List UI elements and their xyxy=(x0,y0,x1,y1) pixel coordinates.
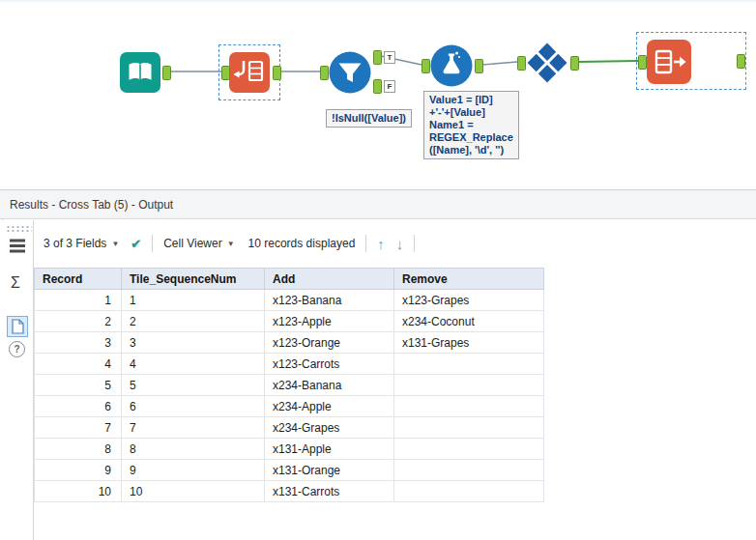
table-cell[interactable]: x234-Coconut xyxy=(394,311,544,332)
table-row[interactable]: 22x123-Applex234-Coconut xyxy=(35,311,544,332)
annotation-line: +'-'+[Value] xyxy=(429,106,513,119)
formula-input-anchor[interactable] xyxy=(422,59,430,73)
tile-output-anchor[interactable] xyxy=(273,66,281,80)
filter-annotation[interactable]: !IsNull([Value]) xyxy=(326,109,412,128)
tile-input-anchor[interactable] xyxy=(221,66,230,80)
cross-tab-input-anchor[interactable] xyxy=(517,56,526,71)
table-row[interactable]: 1010x131-Carrots xyxy=(35,481,544,502)
table-cell[interactable]: x131-Grapes xyxy=(394,332,544,354)
table-row[interactable]: 55x234-Banana xyxy=(35,375,544,396)
input-data-tool[interactable] xyxy=(120,52,160,97)
table-cell[interactable]: 10 xyxy=(35,481,122,502)
formula-tool[interactable] xyxy=(430,44,473,91)
input-output-anchor[interactable] xyxy=(162,66,171,80)
workflow-canvas[interactable]: T F xyxy=(0,0,756,189)
arrow-up-icon[interactable]: ↑ xyxy=(377,236,385,252)
table-cell[interactable]: 4 xyxy=(122,354,265,375)
table-cell[interactable]: 8 xyxy=(35,439,122,460)
column-header-tile-sequencenum[interactable]: Tile_SequenceNum xyxy=(122,269,265,290)
cell-viewer-dropdown[interactable]: Cell Viewer xyxy=(163,237,221,250)
metadata-page-icon[interactable] xyxy=(7,316,28,337)
table-cell[interactable]: x123-Apple xyxy=(265,311,394,332)
toolbar-separator xyxy=(152,235,153,252)
table-row[interactable]: 99x131-Orange xyxy=(35,460,544,481)
table-cell[interactable]: x131-Carrots xyxy=(265,481,394,502)
table-cell[interactable] xyxy=(394,417,544,439)
table-cell[interactable] xyxy=(394,354,544,375)
table-cell[interactable]: 3 xyxy=(122,332,265,354)
chevron-down-icon[interactable]: ▼ xyxy=(111,240,119,248)
table-cell[interactable]: x131-Orange xyxy=(265,460,394,481)
wire-crosstab-to-browse[interactable] xyxy=(578,61,638,62)
browse-tool[interactable] xyxy=(647,40,691,88)
table-cell[interactable] xyxy=(394,439,544,460)
annotation-line: REGEX_Replace xyxy=(429,131,513,144)
table-row[interactable]: 33x123-Orangex131-Grapes xyxy=(35,332,544,354)
input-data-icon xyxy=(120,52,160,93)
table-cell[interactable] xyxy=(394,396,544,417)
connection-wires xyxy=(0,2,756,191)
table-cell[interactable]: 6 xyxy=(35,396,122,417)
table-cell[interactable]: 8 xyxy=(122,439,265,460)
table-cell[interactable]: 1 xyxy=(35,290,122,311)
table-cell[interactable]: x234-Banana xyxy=(265,375,394,396)
column-header-record[interactable]: Record xyxy=(35,269,122,290)
check-icon[interactable]: ✔ xyxy=(131,237,141,251)
cross-tab-output-anchor[interactable] xyxy=(570,56,579,71)
column-header-remove[interactable]: Remove xyxy=(394,269,544,290)
table-cell[interactable]: 5 xyxy=(35,375,122,396)
table-cell[interactable]: 1 xyxy=(122,290,265,311)
table-cell[interactable] xyxy=(394,481,544,502)
browse-icon xyxy=(647,40,691,84)
results-panel: Σ ? 3 of 3 Fields ▼ ✔ Cell Viewer ▼ 10 r… xyxy=(0,220,756,540)
table-cell[interactable]: x123-Orange xyxy=(265,332,394,354)
arrow-down-icon[interactable]: ↓ xyxy=(396,236,404,252)
help-icon[interactable]: ? xyxy=(9,341,25,357)
table-row[interactable]: 66x234-Apple xyxy=(35,396,544,417)
formula-annotation[interactable]: Value1 = [ID]+'-'+[Value]Name1 =REGEX_Re… xyxy=(423,91,519,159)
table-cell[interactable]: 4 xyxy=(35,354,122,375)
browse-output-anchor[interactable] xyxy=(737,54,745,69)
tile-tool[interactable] xyxy=(229,52,270,97)
results-toolbar: 3 of 3 Fields ▼ ✔ Cell Viewer ▼ 10 recor… xyxy=(44,230,425,257)
table-cell[interactable] xyxy=(394,460,544,481)
chevron-down-icon[interactable]: ▼ xyxy=(227,240,235,248)
formula-output-anchor[interactable] xyxy=(475,59,483,73)
cross-tab-tool[interactable] xyxy=(526,42,568,88)
table-cell[interactable]: x234-Apple xyxy=(265,396,394,417)
table-cell[interactable]: 7 xyxy=(122,417,265,439)
filter-tool[interactable] xyxy=(329,51,371,98)
sigma-profile-icon[interactable]: Σ xyxy=(11,274,20,292)
table-row[interactable]: 88x131-Apple xyxy=(35,439,544,460)
table-cell[interactable]: x123-Grapes xyxy=(394,290,544,311)
table-cell[interactable]: 2 xyxy=(35,311,122,332)
table-header-row: Record Tile_SequenceNum Add Remove xyxy=(35,269,544,290)
table-cell[interactable] xyxy=(394,375,544,396)
table-row[interactable]: 11x123-Bananax123-Grapes xyxy=(35,290,544,311)
column-header-add[interactable]: Add xyxy=(265,269,394,290)
filter-input-anchor[interactable] xyxy=(320,66,329,80)
grid-view-icon[interactable] xyxy=(9,238,26,258)
table-cell[interactable]: 7 xyxy=(35,417,122,439)
results-header-bar: Results - Cross Tab (5) - Output xyxy=(0,189,756,219)
table-cell[interactable]: x234-Grapes xyxy=(265,417,394,439)
table-row[interactable]: 77x234-Grapes xyxy=(35,417,544,439)
table-row[interactable]: 44x123-Carrots xyxy=(35,354,544,375)
table-cell[interactable]: 3 xyxy=(35,332,122,354)
wire-formula-to-crosstab[interactable] xyxy=(482,62,517,65)
table-cell[interactable]: x131-Apple xyxy=(265,439,394,460)
browse-input-anchor[interactable] xyxy=(638,55,647,70)
table-cell[interactable]: 10 xyxy=(122,481,265,502)
table-cell[interactable]: x123-Banana xyxy=(265,290,394,311)
table-cell[interactable]: 9 xyxy=(122,460,265,481)
table-cell[interactable]: x123-Carrots xyxy=(265,354,394,375)
table-cell[interactable]: 9 xyxy=(35,460,122,481)
cross-tab-diamond-icon xyxy=(526,42,568,84)
fields-dropdown[interactable]: 3 of 3 Fields xyxy=(44,237,106,250)
filter-false-output-anchor[interactable] xyxy=(373,79,382,94)
table-body: 11x123-Bananax123-Grapes22x123-Applex234… xyxy=(35,290,544,502)
table-cell[interactable]: 6 xyxy=(122,396,265,417)
table-cell[interactable]: 5 xyxy=(122,375,265,396)
table-cell[interactable]: 2 xyxy=(122,311,265,332)
filter-true-output-anchor[interactable] xyxy=(373,50,382,65)
